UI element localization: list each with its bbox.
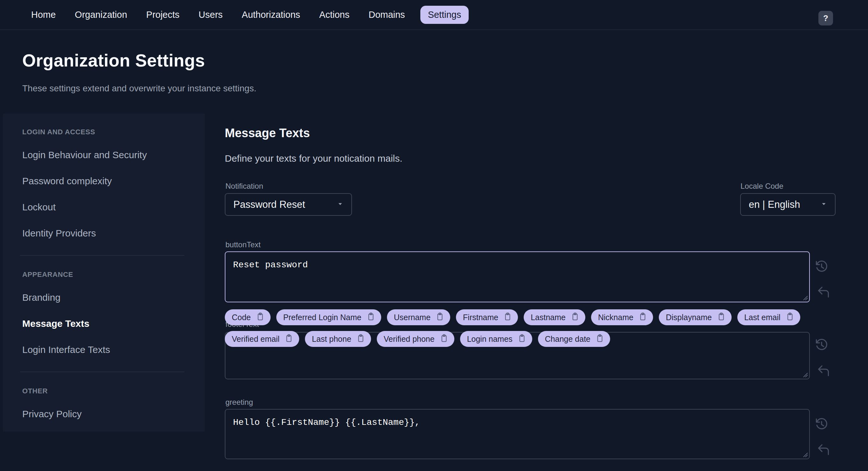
nav-item-projects[interactable]: Projects xyxy=(146,6,180,24)
clipboard-copy-icon xyxy=(356,333,365,345)
clipboard-copy-icon xyxy=(785,312,795,323)
greeting-label: greeting xyxy=(225,398,253,407)
nav-item-home[interactable]: Home xyxy=(31,6,56,24)
chip-preferred-login-name[interactable]: Preferred Login Name xyxy=(276,309,381,325)
sidebar-item-login-behaviour-and-security[interactable]: Login Behaviour and Security xyxy=(22,149,147,161)
undo-arrow-icon xyxy=(816,295,831,300)
chip-verified-phone[interactable]: Verified phone xyxy=(377,331,454,347)
greeting-undo-button[interactable] xyxy=(816,442,831,457)
settings-sidebar: LOGIN AND ACCESS Login Behaviour and Sec… xyxy=(3,114,205,432)
sidebar-item-password-complexity[interactable]: Password complexity xyxy=(22,175,112,187)
section-title: Message Texts xyxy=(225,126,310,140)
clipboard-copy-icon xyxy=(517,333,527,345)
greeting-textarea[interactable]: Hello {{.FirstName}} {{.LastName}}, xyxy=(225,409,810,459)
clipboard-copy-icon xyxy=(439,333,448,345)
notification-label: Notification xyxy=(225,182,263,190)
button-text-field: Reset password xyxy=(225,252,810,302)
sidebar-divider xyxy=(20,255,184,256)
chip-lastname[interactable]: Lastname xyxy=(524,309,585,325)
chip-row: Code Preferred Login Name Username First… xyxy=(225,309,819,325)
locale-code-select[interactable]: en | English xyxy=(740,193,836,216)
caret-down-icon xyxy=(812,200,828,209)
clipboard-copy-icon xyxy=(570,312,580,323)
footer-text-undo-button[interactable] xyxy=(816,363,831,378)
question-mark-icon: ? xyxy=(823,13,828,23)
chip-row: Verified email Last phone Verified phone… xyxy=(225,331,819,347)
chip-label: Change date xyxy=(545,334,590,344)
nav-item-users[interactable]: Users xyxy=(198,6,223,24)
chip-label: Lastname xyxy=(531,313,566,322)
sidebar-item-branding[interactable]: Branding xyxy=(22,291,60,304)
chip-label: Username xyxy=(394,313,431,322)
notification-select[interactable]: Password Reset xyxy=(225,193,352,216)
history-icon xyxy=(814,427,829,433)
resize-handle-icon[interactable] xyxy=(802,451,808,458)
sidebar-section-appearance: APPEARANCE xyxy=(22,270,205,279)
chip-label: Code xyxy=(232,313,251,322)
clipboard-copy-icon xyxy=(716,312,726,323)
chip-label: Verified phone xyxy=(384,334,435,344)
locale-code-select-value: en | English xyxy=(749,199,800,210)
sidebar-section-login-and-access: LOGIN AND ACCESS xyxy=(22,128,205,136)
chip-change-date[interactable]: Change date xyxy=(538,331,610,347)
chip-login-names[interactable]: Login names xyxy=(460,331,532,347)
sidebar-item-message-texts[interactable]: Message Texts xyxy=(22,317,89,330)
chip-label: Last email xyxy=(744,313,781,322)
chip-last-phone[interactable]: Last phone xyxy=(305,331,371,347)
sidebar-section-other: OTHER xyxy=(22,387,205,395)
nav-item-actions[interactable]: Actions xyxy=(318,6,350,24)
sidebar-item-identity-providers[interactable]: Identity Providers xyxy=(22,227,96,240)
chip-firstname[interactable]: Firstname xyxy=(456,309,518,325)
sidebar-item-privacy-policy[interactable]: Privacy Policy xyxy=(22,408,82,420)
greeting-restore-default-button[interactable] xyxy=(814,417,829,432)
undo-arrow-icon xyxy=(816,452,831,458)
nav-item-settings[interactable]: Settings xyxy=(420,6,469,24)
greeting-field: Hello {{.FirstName}} {{.LastName}}, xyxy=(225,409,810,459)
placeholder-chips: Code Preferred Login Name Username First… xyxy=(225,309,819,353)
clipboard-copy-icon xyxy=(595,333,604,345)
sidebar-item-lockout[interactable]: Lockout xyxy=(22,201,56,213)
chip-displayname[interactable]: Displayname xyxy=(659,309,732,325)
clipboard-copy-icon xyxy=(435,312,444,323)
section-subtitle: Define your texts for your notication ma… xyxy=(225,153,403,164)
clipboard-copy-icon xyxy=(638,312,647,323)
help-button[interactable]: ? xyxy=(818,11,833,26)
history-icon xyxy=(814,269,829,275)
chip-code[interactable]: Code xyxy=(225,309,271,325)
button-text-undo-button[interactable] xyxy=(816,285,831,299)
clipboard-copy-icon xyxy=(255,312,265,323)
chip-label: Displayname xyxy=(666,313,712,322)
caret-down-icon xyxy=(329,200,344,209)
chip-label: Firstname xyxy=(463,313,498,322)
chip-label: Nickname xyxy=(598,313,633,322)
top-navigation: Home Organization Projects Users Authori… xyxy=(0,0,868,30)
page-title: Organization Settings xyxy=(22,50,205,71)
clipboard-copy-icon xyxy=(284,333,293,345)
chip-nickname[interactable]: Nickname xyxy=(591,309,653,325)
button-text-restore-default-button[interactable] xyxy=(814,259,829,274)
chip-label: Login names xyxy=(467,334,513,344)
clipboard-copy-icon xyxy=(503,312,512,323)
page-subtitle: These settings extend and overwrite your… xyxy=(22,83,256,94)
locale-code-label: Locale Code xyxy=(741,182,783,190)
sidebar-divider xyxy=(20,372,184,372)
chip-label: Last phone xyxy=(312,334,351,344)
notification-select-value: Password Reset xyxy=(234,199,305,210)
button-text-label: buttonText xyxy=(225,240,261,249)
chip-verified-email[interactable]: Verified email xyxy=(225,331,299,347)
chip-label: Verified email xyxy=(232,334,279,344)
undo-arrow-icon xyxy=(816,374,831,379)
clipboard-copy-icon xyxy=(366,312,375,323)
button-text-textarea[interactable]: Reset password xyxy=(225,252,810,302)
chip-label: Preferred Login Name xyxy=(283,313,362,322)
resize-handle-icon[interactable] xyxy=(802,294,808,301)
chip-username[interactable]: Username xyxy=(387,309,450,325)
resize-handle-icon[interactable] xyxy=(802,372,808,378)
nav-item-domains[interactable]: Domains xyxy=(368,6,405,24)
chip-last-email[interactable]: Last email xyxy=(737,309,800,325)
sidebar-item-login-interface-texts[interactable]: Login Interface Texts xyxy=(22,343,110,356)
nav-item-authorizations[interactable]: Authorizations xyxy=(241,6,301,24)
nav-item-organization[interactable]: Organization xyxy=(74,6,127,24)
